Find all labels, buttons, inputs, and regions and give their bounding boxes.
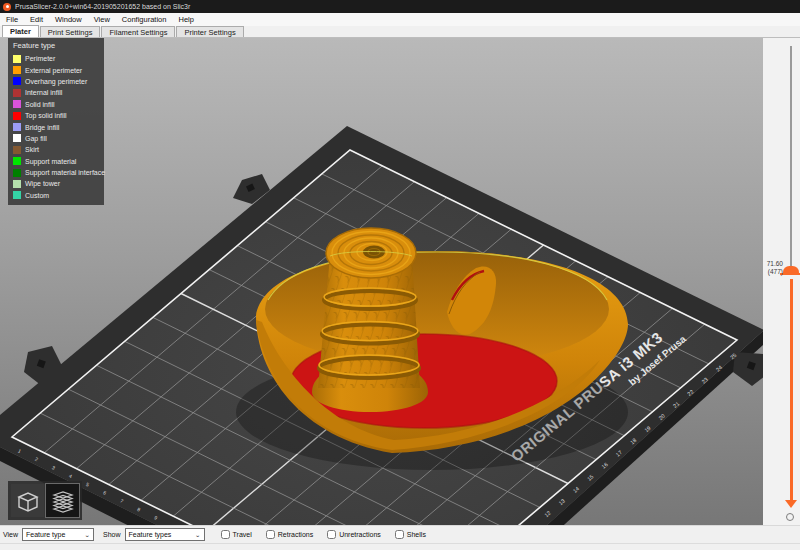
legend-swatch [13, 169, 21, 177]
checkbox-travel[interactable]: Travel [221, 530, 252, 539]
shells-checkbox-input[interactable] [395, 530, 404, 539]
legend-swatch [13, 55, 21, 63]
travel-checkbox-input[interactable] [221, 530, 230, 539]
prusa-logo-icon [3, 3, 11, 11]
tab-bar: PlaterPrint SettingsFilament SettingsPri… [0, 26, 800, 38]
show-label: Show [103, 531, 121, 538]
view-dropdown-value: Feature type [26, 531, 65, 538]
legend-label: External perimeter [25, 67, 82, 74]
legend-label: Custom [25, 192, 49, 199]
chevron-down-icon: ⌄ [195, 531, 201, 537]
legend-item: Wipe tower [13, 178, 99, 189]
tab-plater[interactable]: Plater [2, 25, 39, 37]
view-mode-toolbar [8, 481, 82, 520]
legend-item: External perimeter [13, 64, 99, 75]
legend-swatch [13, 66, 21, 74]
layer-number-value: (477) [767, 268, 783, 276]
prusaslicer-window: PrusaSlicer-2.0.0+win64-201905201652 bas… [0, 0, 800, 550]
legend-item: Gap fill [13, 133, 99, 144]
layer-slider-range[interactable] [790, 279, 793, 500]
checkbox-label: Unretractions [339, 531, 381, 538]
legend-item: Internal infill [13, 87, 99, 98]
legend-item: Support material interface [13, 167, 99, 178]
checkbox-label: Travel [233, 531, 252, 538]
show-dropdown-value: Feature types [129, 531, 172, 538]
legend-swatch [13, 112, 21, 120]
legend-item: Bridge infill [13, 121, 99, 132]
layers-icon [50, 488, 76, 514]
layer-slider-label: 71.60 (477) [767, 260, 783, 276]
menu-item-view[interactable]: View [88, 13, 116, 26]
legend-swatch [13, 100, 21, 108]
legend-label: Internal infill [25, 89, 62, 96]
checkbox-retractions[interactable]: Retractions [266, 530, 313, 539]
legend-label: Solid infill [25, 101, 55, 108]
preview-option-checkboxes: TravelRetractionsUnretractionsShells [221, 530, 440, 539]
tab-filament-settings[interactable]: Filament Settings [101, 26, 175, 37]
legend-swatch [13, 191, 21, 199]
cube-icon [15, 488, 41, 514]
feature-type-legend: Feature type PerimeterExternal perimeter… [8, 38, 104, 205]
legend-label: Perimeter [25, 55, 55, 62]
legend-swatch [13, 123, 21, 131]
gcode-preview-scene: ORIGINAL PRUSA i3 MK3 by Josef Prusa 121… [0, 38, 763, 525]
preview-layers-view-button[interactable] [46, 484, 79, 517]
legend-label: Skirt [25, 146, 39, 153]
3d-viewport[interactable]: ORIGINAL PRUSA i3 MK3 by Josef Prusa 121… [0, 38, 763, 525]
legend-label: Gap fill [25, 135, 47, 142]
checkbox-shells[interactable]: Shells [395, 530, 426, 539]
unretractions-checkbox-input[interactable] [327, 530, 336, 539]
legend-label: Wipe tower [25, 180, 60, 187]
layer-slider-panel: 71.60 (477) [763, 38, 800, 525]
legend-item: Overhang perimeter [13, 76, 99, 87]
layer-height-value: 71.60 [767, 260, 783, 268]
legend-swatch [13, 146, 21, 154]
menu-item-help[interactable]: Help [172, 13, 199, 26]
legend-label: Top solid infill [25, 112, 67, 119]
checkbox-unretractions[interactable]: Unretractions [327, 530, 381, 539]
retractions-checkbox-input[interactable] [266, 530, 275, 539]
3d-editor-view-button[interactable] [11, 484, 44, 517]
legend-swatch [13, 134, 21, 142]
legend-item: Skirt [13, 144, 99, 155]
chevron-down-icon: ⌄ [84, 531, 90, 537]
tab-printer-settings[interactable]: Printer Settings [176, 26, 243, 37]
legend-item: Solid infill [13, 99, 99, 110]
menu-bar: FileEditWindowViewConfigurationHelp [0, 13, 800, 26]
tab-print-settings[interactable]: Print Settings [40, 26, 101, 37]
legend-item: Support material [13, 156, 99, 167]
legend-label: Support material [25, 158, 76, 165]
legend-swatch [13, 157, 21, 165]
menu-item-configuration[interactable]: Configuration [116, 13, 173, 26]
view-dropdown[interactable]: Feature type ⌄ [22, 528, 94, 541]
legend-item: Perimeter [13, 53, 99, 64]
legend-item: Custom [13, 190, 99, 201]
window-title: PrusaSlicer-2.0.0+win64-201905201652 bas… [15, 3, 190, 10]
show-dropdown[interactable]: Feature types ⌄ [125, 528, 205, 541]
menu-item-window[interactable]: Window [49, 13, 88, 26]
legend-title: Feature type [13, 41, 99, 50]
layer-slider-track[interactable] [790, 46, 792, 273]
title-bar: PrusaSlicer-2.0.0+win64-201905201652 bas… [0, 0, 800, 13]
legend-swatch [13, 89, 21, 97]
layer-slider-lower-handle[interactable] [785, 500, 797, 508]
legend-label: Bridge infill [25, 124, 59, 131]
legend-item: Top solid infill [13, 110, 99, 121]
layer-slider-upper-handle[interactable] [783, 266, 799, 274]
legend-label: Support material interface [25, 169, 105, 176]
legend-swatch [13, 77, 21, 85]
checkbox-label: Retractions [278, 531, 313, 538]
one-layer-mode-icon[interactable] [786, 513, 794, 521]
checkbox-label: Shells [407, 531, 426, 538]
status-bar [0, 543, 800, 550]
view-label: View [3, 531, 18, 538]
legend-label: Overhang perimeter [25, 78, 87, 85]
preview-controls-bar: View Feature type ⌄ Show Feature types ⌄… [0, 525, 800, 543]
legend-swatch [13, 180, 21, 188]
